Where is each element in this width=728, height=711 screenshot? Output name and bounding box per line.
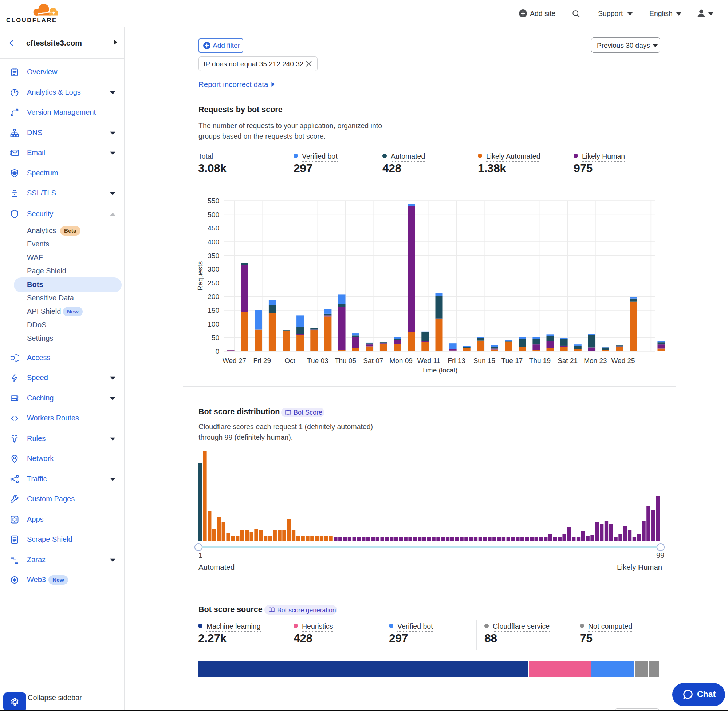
svg-text:Thu 05: Thu 05 (335, 357, 356, 364)
svg-text:Sun 15: Sun 15 (473, 357, 495, 364)
svg-text:350: 350 (208, 252, 219, 260)
svg-text:50: 50 (211, 334, 219, 341)
svg-text:Sat 07: Sat 07 (363, 357, 383, 364)
svg-text:Time (local): Time (local) (422, 366, 458, 374)
svg-text:500: 500 (208, 211, 219, 218)
svg-text:300: 300 (208, 266, 219, 273)
svg-text:Wed 25: Wed 25 (611, 357, 635, 364)
svg-text:Fri 29: Fri 29 (254, 357, 271, 364)
svg-text:Wed 27: Wed 27 (223, 357, 246, 364)
svg-text:Sat 21: Sat 21 (558, 357, 577, 364)
svg-text:Tue 03: Tue 03 (307, 357, 328, 364)
svg-text:Fri 13: Fri 13 (447, 357, 465, 364)
svg-text:0: 0 (215, 348, 219, 356)
svg-text:Wed 11: Wed 11 (417, 357, 440, 364)
svg-text:Mon 09: Mon 09 (389, 357, 412, 364)
svg-text:Thu 19: Thu 19 (529, 357, 551, 364)
svg-text:450: 450 (208, 224, 219, 232)
svg-text:CLOUDFLARE: CLOUDFLARE (6, 17, 57, 23)
svg-text:400: 400 (208, 238, 219, 246)
svg-text:Oct: Oct (284, 357, 295, 364)
svg-text:250: 250 (208, 279, 219, 287)
svg-text:550: 550 (208, 197, 219, 205)
svg-text:Requests: Requests (196, 261, 204, 291)
svg-text:100: 100 (208, 320, 219, 328)
svg-text:Tue 17: Tue 17 (502, 357, 523, 364)
svg-text:Mon 23: Mon 23 (584, 357, 607, 364)
svg-text:200: 200 (208, 293, 219, 300)
svg-text:150: 150 (208, 307, 219, 314)
